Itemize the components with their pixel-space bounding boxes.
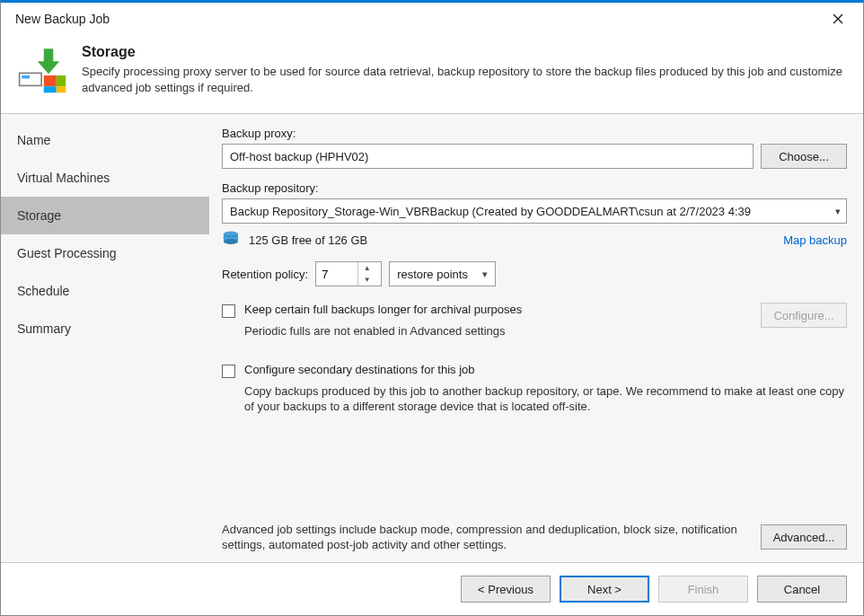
free-space-text: 125 GB free of 126 GB (249, 233, 367, 247)
cancel-button[interactable]: Cancel (757, 576, 847, 603)
main-panel: Backup proxy: Off-host backup (HPHV02) C… (209, 114, 863, 562)
close-button[interactable] (820, 6, 856, 31)
header: Storage Specify processing proxy server … (1, 35, 863, 113)
chevron-down-icon: ▾ (835, 206, 841, 217)
storage-icon (17, 44, 67, 97)
finish-button: Finish (658, 576, 748, 603)
backup-proxy-input[interactable]: Off-host backup (HPHV02) (222, 144, 754, 169)
backup-repository-select[interactable]: Backup Repository_Storage-Win_VBRBackup … (222, 198, 847, 224)
repository-free-space: 125 GB free of 126 GB (222, 231, 367, 249)
keep-full-label: Keep certain full backups longer for arc… (244, 303, 522, 316)
sidebar-item-virtual-machines[interactable]: Virtual Machines (1, 159, 209, 197)
sidebar-item-schedule[interactable]: Schedule (1, 272, 209, 310)
disk-icon (222, 231, 240, 249)
svg-rect-8 (57, 86, 66, 92)
keep-full-hint: Periodic fulls are not enabled in Advanc… (244, 323, 750, 339)
spinner-down[interactable]: ▼ (358, 274, 375, 286)
dialog-window: New Backup Job Storage Specify processin… (0, 0, 864, 616)
window-title: New Backup Job (8, 12, 820, 26)
sidebar-item-storage[interactable]: Storage (1, 197, 209, 234)
backup-repository-value: Backup Repository_Storage-Win_VBRBackup … (230, 205, 751, 218)
secondary-dest-description: Copy backups produced by this job to ano… (244, 383, 847, 415)
backup-proxy-value: Off-host backup (HPHV02) (230, 150, 368, 163)
previous-button[interactable]: < Previous (461, 576, 551, 603)
advanced-description: Advanced job settings include backup mod… (222, 522, 748, 553)
wizard-sidebar: Name Virtual Machines Storage Guest Proc… (1, 114, 209, 562)
sidebar-item-guest-processing[interactable]: Guest Processing (1, 234, 209, 272)
retention-unit-value: restore points (397, 268, 468, 281)
sidebar-item-name[interactable]: Name (1, 121, 209, 159)
configure-button: Configure... (761, 303, 847, 328)
retention-value-input[interactable]: ▲ ▼ (315, 261, 382, 286)
retention-policy-label: Retention policy: (222, 268, 308, 281)
sidebar-item-summary[interactable]: Summary (1, 310, 209, 348)
chevron-down-icon: ▾ (482, 268, 488, 280)
backup-repository-label: Backup repository: (222, 181, 847, 195)
titlebar: New Backup Job (1, 3, 863, 35)
retention-unit-select[interactable]: restore points ▾ (389, 261, 496, 286)
svg-rect-7 (44, 86, 57, 92)
svg-rect-5 (44, 75, 57, 86)
svg-rect-6 (57, 75, 66, 86)
footer: < Previous Next > Finish Cancel (1, 563, 863, 615)
backup-proxy-label: Backup proxy: (222, 127, 847, 140)
secondary-dest-label: Configure secondary destinations for thi… (244, 363, 475, 376)
page-title: Storage (82, 44, 847, 60)
page-description: Specify processing proxy server to be us… (82, 64, 847, 95)
secondary-dest-checkbox[interactable] (222, 365, 235, 378)
map-backup-link[interactable]: Map backup (783, 233, 847, 247)
advanced-button[interactable]: Advanced... (761, 524, 847, 550)
header-text: Storage Specify processing proxy server … (82, 44, 847, 95)
svg-rect-4 (22, 75, 30, 79)
retention-value-field[interactable] (316, 268, 357, 281)
keep-full-checkbox[interactable] (222, 304, 235, 318)
choose-button[interactable]: Choose... (761, 144, 847, 169)
spinner-up[interactable]: ▲ (358, 262, 375, 274)
body: Name Virtual Machines Storage Guest Proc… (1, 113, 863, 563)
next-button[interactable]: Next > (560, 576, 649, 603)
